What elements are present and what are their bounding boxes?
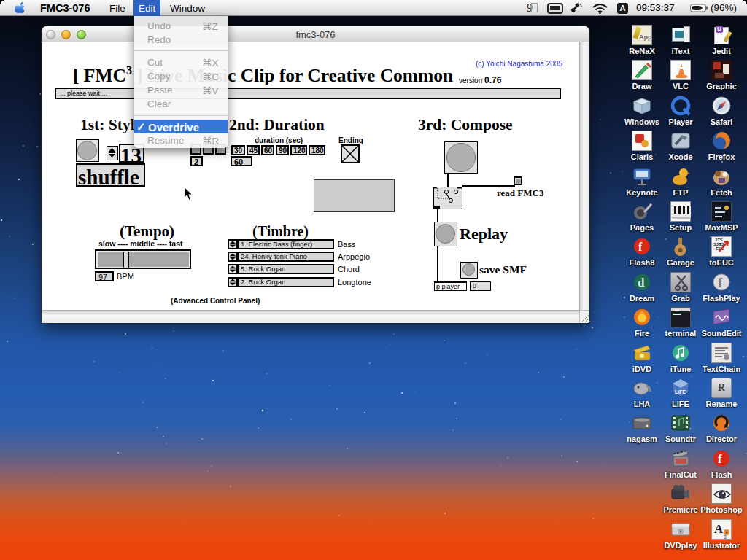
svg-text:d: d — [638, 276, 645, 289]
svg-text:f: f — [638, 241, 643, 253]
svg-text:f: f — [718, 453, 722, 465]
svg-text:3: 3 — [724, 534, 727, 540]
svg-text:f: f — [718, 276, 723, 290]
svg-text:LiFE: LiFE — [675, 389, 686, 394]
